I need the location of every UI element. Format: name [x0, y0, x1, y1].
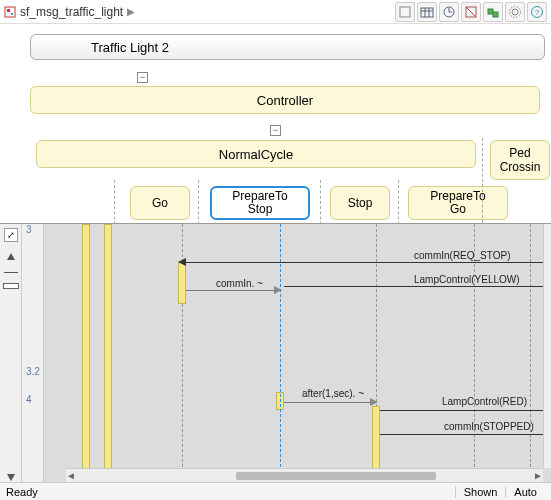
- status-auto[interactable]: Auto: [505, 486, 545, 498]
- status-shown[interactable]: Shown: [455, 486, 506, 498]
- state-prepare-to-go[interactable]: PrepareToGo: [408, 186, 508, 220]
- state-stop[interactable]: Stop: [330, 186, 390, 220]
- message-arrow: [186, 262, 546, 263]
- state-label: PrepareToGo: [430, 190, 485, 216]
- message-arrow: [186, 290, 278, 291]
- time-axis: 3 3.2 4: [22, 224, 44, 482]
- svg-marker-20: [7, 474, 15, 481]
- status-ready: Ready: [6, 486, 38, 498]
- message-label: commIn(STOPPED): [444, 421, 534, 432]
- svg-point-15: [512, 9, 518, 15]
- dashed-divider: [482, 138, 483, 224]
- divider: [4, 272, 18, 273]
- svg-rect-1: [7, 9, 10, 12]
- state-normal-cycle[interactable]: NormalCycle: [36, 140, 476, 168]
- breadcrumb-chevron-icon[interactable]: ▶: [127, 6, 135, 17]
- zoom-fit-icon[interactable]: ⤢: [4, 228, 18, 242]
- time-marker[interactable]: [3, 283, 19, 289]
- arrow-head-icon: [370, 398, 378, 406]
- state-label: PrepareToStop: [232, 190, 287, 216]
- hscroll-thumb[interactable]: [236, 472, 436, 480]
- scroll-right-icon[interactable]: ►: [533, 470, 543, 481]
- dashed-divider: [198, 180, 199, 224]
- toolbar-btn-4[interactable]: [461, 2, 481, 22]
- arrow-head-icon: [178, 258, 186, 266]
- message-arrow: [380, 434, 546, 435]
- dashed-divider: [320, 180, 321, 224]
- state-ped-crossing[interactable]: Ped Crossin: [490, 140, 550, 180]
- vscroll-track[interactable]: [543, 224, 551, 468]
- svg-rect-13: [488, 9, 493, 14]
- dashed-divider: [114, 180, 115, 224]
- toolbar-btn-1[interactable]: [395, 2, 415, 22]
- time-tick: 4: [26, 394, 32, 405]
- message-arrow: [284, 286, 546, 287]
- message-label: after(1,sec). ~: [302, 388, 364, 399]
- message-label: LampControl(YELLOW): [414, 274, 520, 285]
- state-go[interactable]: Go: [130, 186, 190, 220]
- svg-rect-3: [400, 7, 410, 17]
- toolbar-buttons: ?: [395, 2, 547, 22]
- time-tick: 3: [26, 224, 32, 235]
- arrow-head-icon: [274, 286, 282, 294]
- activation-bar: [178, 262, 186, 304]
- message-arrow: [284, 402, 374, 403]
- toolbar-btn-calendar-icon[interactable]: [417, 2, 437, 22]
- svg-line-12: [466, 7, 476, 17]
- sequence-panel: ⤢ 3 3.2 4 commIn(REQ_STOP): [0, 224, 551, 482]
- breadcrumb-file[interactable]: sf_msg_traffic_light: [20, 5, 123, 19]
- state-label: Go: [152, 196, 168, 210]
- model-file-icon: [4, 6, 16, 18]
- svg-rect-2: [11, 13, 13, 15]
- activation-bar: [82, 224, 90, 482]
- message-label: commIn. ~: [216, 278, 263, 289]
- triangle-down-icon[interactable]: [6, 472, 16, 482]
- hscrollbar[interactable]: ◄ ►: [66, 468, 543, 482]
- message-arrow: [380, 410, 546, 411]
- activation-bar: [104, 224, 112, 482]
- toolbar-btn-clock-icon[interactable]: [439, 2, 459, 22]
- dashed-divider: [398, 180, 399, 224]
- message-label: LampControl(RED): [442, 396, 527, 407]
- toolbar-btn-5[interactable]: [483, 2, 503, 22]
- toolbar-btn-gear-icon[interactable]: [505, 2, 525, 22]
- triangle-up-icon[interactable]: [6, 252, 16, 262]
- status-bar: Ready Shown Auto: [0, 482, 551, 500]
- statechart-panel: Traffic Light 2 − Controller − NormalCyc…: [0, 24, 551, 224]
- time-tick: 3.2: [26, 366, 40, 377]
- svg-rect-4: [421, 8, 433, 17]
- state-label: Traffic Light 2: [91, 40, 169, 55]
- svg-text:?: ?: [535, 8, 540, 17]
- breadcrumb-toolbar: sf_msg_traffic_light ▶ ?: [0, 0, 551, 24]
- collapse-toggle-icon[interactable]: −: [270, 125, 281, 136]
- svg-point-16: [510, 6, 521, 17]
- collapse-toggle-icon[interactable]: −: [137, 72, 148, 83]
- state-label: Controller: [257, 93, 313, 108]
- scroll-left-icon[interactable]: ◄: [66, 470, 76, 481]
- state-prepare-to-stop[interactable]: PrepareToStop: [210, 186, 310, 220]
- state-label: Stop: [348, 196, 373, 210]
- sequence-left-gutter: ⤢: [0, 224, 22, 482]
- svg-marker-19: [7, 253, 15, 260]
- state-traffic-light-2[interactable]: Traffic Light 2: [30, 34, 545, 60]
- toolbar-btn-help-icon[interactable]: ?: [527, 2, 547, 22]
- state-controller[interactable]: Controller: [30, 86, 540, 114]
- state-label: Ped Crossin: [491, 146, 549, 174]
- sequence-area[interactable]: commIn(REQ_STOP) commIn. ~ LampControl(Y…: [44, 224, 551, 482]
- svg-rect-14: [493, 12, 498, 17]
- message-label: commIn(REQ_STOP): [414, 250, 511, 261]
- state-label: NormalCycle: [219, 147, 293, 162]
